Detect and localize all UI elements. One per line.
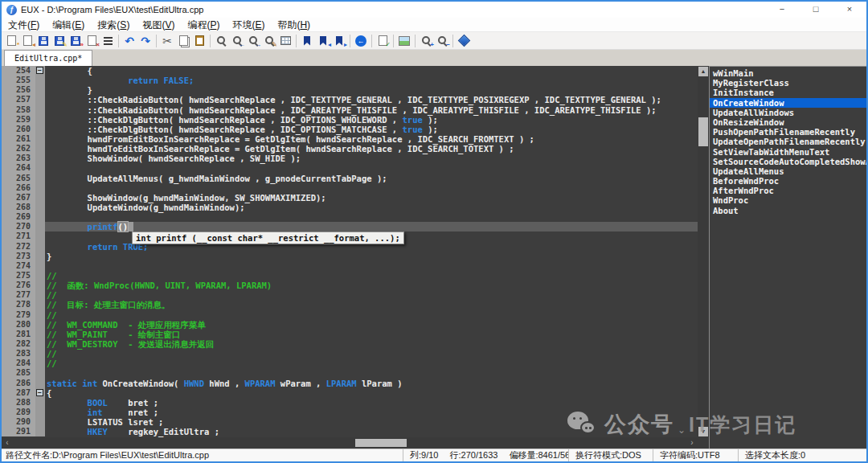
- code-line-282[interactable]: 282// WM_DESTROY - 发送退出消息并返回: [2, 339, 698, 349]
- zoom-in-button[interactable]: +: [418, 33, 434, 49]
- code-line-275[interactable]: 275//: [2, 271, 698, 281]
- code-line-291[interactable]: 291 HKEY regkey_EditUltra ;: [2, 427, 698, 436]
- editor-vertical-scrollbar[interactable]: ▲ ▼: [698, 66, 709, 437]
- function-list-item-updateallwindows[interactable]: UpdateAllWindows: [710, 108, 866, 117]
- function-list-item-onresizewindow[interactable]: OnResizeWindow: [710, 117, 866, 127]
- copy-button[interactable]: [175, 33, 191, 49]
- code-editor[interactable]: int printf (__const char* __restrict __f…: [2, 66, 698, 437]
- menu-f[interactable]: 文件(F): [2, 18, 46, 32]
- bookmark-button[interactable]: [299, 33, 315, 49]
- next-bookmark-button[interactable]: ▸: [331, 33, 347, 49]
- zoom-out-button[interactable]: −: [434, 33, 450, 49]
- open-file-button[interactable]: ◂: [19, 33, 35, 49]
- maximize-button[interactable]: □: [799, 2, 833, 18]
- code-line-259[interactable]: 259 ::CheckDlgButton( hwndSearchReplace …: [2, 115, 698, 125]
- find-prev-button[interactable]: ←: [229, 33, 245, 49]
- code-line-258[interactable]: 258 ::CheckRadioButton( hwndSearchReplac…: [2, 105, 698, 115]
- close-file-button[interactable]: ×: [84, 33, 100, 49]
- line-view-button[interactable]: [100, 33, 116, 49]
- code-line-276[interactable]: 276// 函数: WndProc(HWND, UINT, WPARAM, LP…: [2, 281, 698, 290]
- vertical-scroll-thumb[interactable]: [698, 117, 708, 146]
- menu-e[interactable]: 环境(E): [226, 18, 271, 32]
- code-line-287[interactable]: 287−{: [2, 388, 698, 398]
- code-line-270[interactable]: 270 printf(): [2, 222, 698, 232]
- code-line-278[interactable]: 278// 目标: 处理主窗口的消息。: [2, 300, 698, 309]
- function-list-item-myregisterclass[interactable]: MyRegisterClass: [710, 78, 866, 88]
- code-line-260[interactable]: 260 ::CheckDlgButton( hwndSearchReplace …: [2, 125, 698, 134]
- code-line-286[interactable]: 286static int OnCreateWindow( HWND hWnd …: [2, 379, 698, 388]
- code-line-280[interactable]: 280// WM_COMMAND - 处理应用程序菜单: [2, 320, 698, 330]
- replace-in-files-button[interactable]: [277, 33, 293, 49]
- code-line-285[interactable]: 285: [2, 368, 698, 378]
- code-line-257[interactable]: 257 ::CheckRadioButton( hwndSearchReplac…: [2, 95, 698, 104]
- function-list-item-initinstance[interactable]: InitInstance: [710, 88, 866, 97]
- editor-horizontal-scrollbar[interactable]: ‹ ›: [2, 437, 709, 449]
- code-line-266[interactable]: 266: [2, 183, 698, 193]
- code-line-261[interactable]: 261 hwndFromEditBoxInSearchReplace = Get…: [2, 134, 698, 144]
- code-line-265[interactable]: 265 UpdateAllMenus( g_hwndMainWindow , g…: [2, 174, 698, 183]
- code-line-263[interactable]: 263 ShowWindow( hwndSearchReplace , SW_H…: [2, 154, 698, 163]
- code-line-290[interactable]: 290 LSTATUS lsret ;: [2, 417, 698, 427]
- code-line-277[interactable]: 277//: [2, 290, 698, 300]
- syntax-check-button[interactable]: ✓: [375, 33, 391, 49]
- minimize-button[interactable]: −: [765, 2, 799, 18]
- code-line-283[interactable]: 283//: [2, 349, 698, 359]
- menu-h[interactable]: 帮助(H): [271, 18, 317, 32]
- scroll-left-arrow-icon[interactable]: ‹: [2, 438, 12, 448]
- code-line-262[interactable]: 262 hwndToEditBoxInSearchReplace = GetDl…: [2, 144, 698, 154]
- code-line-264[interactable]: 264: [2, 163, 698, 173]
- save-as-button[interactable]: ✎: [51, 33, 68, 49]
- replace-button[interactable]: ✎: [261, 33, 277, 49]
- code-line-269[interactable]: 269: [2, 212, 698, 222]
- function-list-item-oncreatewindow[interactable]: OnCreateWindow: [710, 98, 866, 108]
- menu-e[interactable]: 编辑(E): [46, 18, 91, 32]
- code-line-284[interactable]: 284//: [2, 359, 698, 368]
- horizontal-scroll-thumb[interactable]: [355, 439, 407, 447]
- code-line-288[interactable]: 288 BOOL bret ;: [2, 398, 698, 408]
- new-file-button[interactable]: *: [3, 33, 19, 49]
- close-button[interactable]: ×: [833, 2, 866, 18]
- fold-collapse-icon[interactable]: −: [36, 67, 43, 74]
- function-list-item-wndproc[interactable]: WndProc: [710, 195, 866, 205]
- code-text: ShowWindow(g_hwndMainWindow, SW_SHOWMAXI…: [45, 193, 698, 203]
- find-button[interactable]: [213, 33, 229, 49]
- navigate-back-button[interactable]: ←: [353, 33, 369, 49]
- function-list-item-pushopenpathfilenamerecently[interactable]: PushOpenPathFilenameRecently: [710, 127, 866, 137]
- code-line-255[interactable]: 255 return FALSE;: [2, 76, 698, 85]
- about-button[interactable]: [456, 33, 472, 49]
- tab-editultra-cpp[interactable]: EditUltra.cpp*: [4, 50, 92, 66]
- find-next-button[interactable]: →: [245, 33, 261, 49]
- undo-button[interactable]: ↶: [121, 33, 137, 49]
- function-list-item-updateopenpathfilenamerecently[interactable]: UpdateOpenPathFilenameRecently: [710, 137, 866, 146]
- code-line-281[interactable]: 281// WM_PAINT - 绘制主窗口: [2, 330, 698, 339]
- function-list-item-afterwndproc[interactable]: AfterWndProc: [710, 186, 866, 195]
- save-all-button[interactable]: »: [68, 33, 84, 49]
- scroll-right-arrow-icon[interactable]: ›: [687, 438, 697, 448]
- chart-image-button[interactable]: [396, 33, 412, 49]
- menu-v[interactable]: 视图(V): [136, 18, 181, 32]
- code-line-273[interactable]: 273}: [2, 252, 698, 261]
- code-line-274[interactable]: 274: [2, 261, 698, 271]
- code-line-279[interactable]: 279//: [2, 310, 698, 320]
- menu-s[interactable]: 搜索(S): [91, 18, 136, 32]
- menu-p[interactable]: 编程(P): [181, 18, 226, 32]
- function-list-item-setsourcecodeautocompletedshowaf[interactable]: SetSourceCodeAutoCompletedShowAf: [710, 157, 866, 166]
- cut-button[interactable]: ✂: [159, 33, 175, 49]
- fold-collapse-icon[interactable]: −: [36, 389, 43, 396]
- redo-button[interactable]: ↷: [137, 33, 154, 49]
- scroll-down-arrow-icon[interactable]: ▼: [698, 427, 708, 436]
- code-line-256[interactable]: 256 }: [2, 85, 698, 95]
- save-button[interactable]: [35, 33, 51, 49]
- scroll-up-arrow-icon[interactable]: ▲: [698, 67, 708, 76]
- function-list-item-beforewndproc[interactable]: BeforeWndProc: [710, 176, 866, 186]
- code-line-267[interactable]: 267 ShowWindow(g_hwndMainWindow, SW_SHOW…: [2, 193, 698, 203]
- code-line-254[interactable]: 254− {: [2, 66, 698, 76]
- function-list-item-about[interactable]: About: [710, 206, 866, 215]
- function-list-item-setviewtabwidthmenutext[interactable]: SetViewTabWidthMenuText: [710, 147, 866, 157]
- prev-bookmark-button[interactable]: ◂: [315, 33, 331, 49]
- code-line-268[interactable]: 268 UpdateWindow(g_hwndMainWindow);: [2, 203, 698, 212]
- code-line-289[interactable]: 289 int nret ;: [2, 408, 698, 417]
- function-list-item-updateallmenus[interactable]: UpdateAllMenus: [710, 166, 866, 176]
- paste-button[interactable]: [191, 33, 207, 49]
- function-list-item-wwinmain[interactable]: wWinMain: [710, 68, 866, 78]
